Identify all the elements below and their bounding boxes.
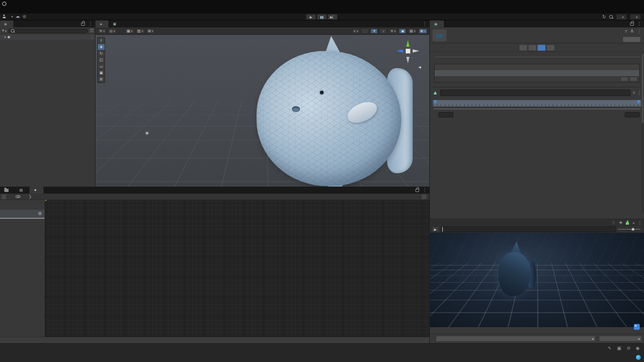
gizmo-center-cube[interactable] (406, 49, 411, 54)
minimize-button[interactable] (602, 0, 616, 7)
tab-animator[interactable]: ✦ (30, 187, 43, 194)
light-gizmo-icon[interactable]: ☀ (144, 130, 150, 137)
rect-tool[interactable]: ▭ (98, 63, 105, 70)
effects-dropdown[interactable]: ✦▾ (389, 28, 397, 34)
open-button[interactable] (623, 36, 641, 42)
tab-game[interactable]: ▣ (108, 20, 123, 27)
pause-button[interactable]: ▮▮ (317, 14, 327, 20)
assetbundle-variant-dropdown[interactable]: ▾ (599, 336, 642, 342)
draw-mode-dropdown[interactable]: ✛▾ (98, 28, 106, 34)
clip-start-marker[interactable] (434, 100, 437, 104)
cloud-icon[interactable]: ☁ (16, 14, 20, 19)
panel-menu-icon[interactable]: ⋮ (637, 21, 641, 26)
tab-animation[interactable] (537, 45, 546, 51)
panel-menu-icon[interactable]: ⋮ (88, 21, 92, 26)
step-button[interactable]: ▶▏ (327, 14, 338, 20)
scene-header-row[interactable]: ▾ ◆ ⋮ (0, 34, 95, 40)
lock-icon[interactable] (415, 189, 419, 192)
eye-icon[interactable] (16, 195, 20, 198)
add-object-button[interactable]: +▾ (2, 28, 6, 33)
activity-indicator-icon[interactable] (636, 355, 641, 360)
clip-menu-icon[interactable]: ⋮ (637, 91, 641, 95)
tab-asset-store-validator[interactable] (452, 20, 461, 27)
tab-project[interactable] (0, 187, 15, 194)
orientation-gizmo[interactable] (396, 39, 420, 63)
layer-settings-icon[interactable]: ⚙ (38, 211, 42, 216)
inspector-scrollbar[interactable] (642, 53, 643, 213)
hierarchy-search-input[interactable] (8, 28, 88, 33)
account-icon[interactable] (2, 14, 6, 18)
layers-tab-button[interactable] (1, 194, 6, 200)
tab-model[interactable] (519, 45, 528, 51)
scene-visibility-icon[interactable]: ◫ (90, 28, 93, 33)
gizmo-x-axis[interactable] (413, 49, 419, 53)
hidden-objects-toggle[interactable]: ◉ (399, 28, 406, 34)
snap-dropdown[interactable]: ▥▾ (136, 28, 145, 34)
context-menu-icon[interactable]: ⋮ (637, 29, 641, 34)
notifications-muted-icon[interactable]: ⊘ (626, 345, 630, 351)
animation-preview-viewport[interactable] (430, 233, 644, 327)
toggle-2d-button[interactable] (361, 28, 369, 34)
custom-tool[interactable]: ⊞ (98, 76, 105, 83)
sunfish-model[interactable] (257, 51, 401, 186)
lighting-toggle[interactable]: ☀ (370, 28, 378, 34)
expand-arrow[interactable]: ▾ (4, 35, 6, 39)
avatar-icon[interactable] (626, 220, 630, 225)
shading-dropdown[interactable]: ◎▾ (108, 28, 116, 34)
tab-rig[interactable] (528, 45, 537, 51)
scale-tool[interactable]: ◱ (98, 57, 105, 63)
panel-menu-icon[interactable]: ⋮ (422, 21, 427, 26)
auto-live-link-button[interactable] (421, 194, 427, 200)
transform-tool[interactable]: ▣ (98, 70, 105, 76)
maximize-button[interactable] (616, 0, 630, 7)
preview-scrub-bar[interactable] (441, 226, 616, 232)
package-manager-icon[interactable]: ▣ (617, 345, 621, 351)
undo-history-icon[interactable]: ↻ (602, 14, 606, 19)
perspective-label[interactable]: ◄ (418, 65, 422, 70)
preview-menu-icon[interactable]: ⋮ (638, 220, 642, 225)
layer-item-base-layer[interactable]: ⚙ (0, 210, 45, 219)
help-icon[interactable]: ? (625, 29, 627, 34)
presets-icon[interactable]: ≛ (630, 29, 634, 34)
layout-dropdown[interactable]: ▾ (630, 14, 641, 20)
gizmo-z-axis[interactable] (397, 49, 403, 53)
pivot-icon[interactable]: ✛ (619, 220, 623, 225)
close-button[interactable] (630, 0, 644, 7)
audio-toggle[interactable]: ♪ (379, 28, 387, 34)
hand-tool[interactable]: ✌ (98, 38, 105, 44)
layers-dropdown[interactable]: ▾ (616, 14, 627, 20)
services-icon[interactable]: ◎ (23, 14, 26, 19)
start-field[interactable] (438, 112, 453, 117)
gizmo-down-axis[interactable] (406, 57, 409, 63)
assetbundle-dropdown[interactable]: ▾ (436, 336, 596, 342)
add-clip-button[interactable] (620, 77, 628, 82)
tab-inspector[interactable]: ◉ (430, 20, 444, 27)
code-coverage-icon[interactable]: ✎ (608, 345, 611, 351)
scene-viewport[interactable]: ☀ ◄ ✌ ✢ ↻ ◱ ▭ ▣ ⊞ (96, 35, 429, 187)
remove-clip-button[interactable] (630, 77, 638, 82)
scene-menu-icon[interactable]: ⋮ (90, 35, 94, 39)
tab-scene[interactable]: ● (96, 20, 108, 27)
parameters-tab-button[interactable] (8, 194, 13, 200)
progress-icon[interactable]: ◉ (636, 345, 640, 351)
clip-end-marker[interactable] (637, 100, 640, 104)
state-machine-graph[interactable] (45, 200, 429, 337)
end-field[interactable] (625, 112, 640, 117)
gizmo-y-axis[interactable] (406, 40, 409, 47)
tab-materials[interactable] (546, 45, 555, 51)
grid-dropdown[interactable]: ▦▾ (125, 28, 134, 34)
move-tool[interactable]: ✢ (98, 44, 105, 50)
preview-play-button[interactable]: ▶ (431, 226, 439, 232)
rotate-tool[interactable]: ↻ (98, 50, 105, 57)
tool-settings-dropdown[interactable]: ⊞▾ (147, 28, 155, 34)
tab-console[interactable]: ▤ (15, 187, 30, 194)
lock-icon[interactable] (81, 23, 85, 26)
timeline-scrollbar[interactable] (433, 108, 641, 109)
clip-name-field[interactable] (440, 90, 631, 96)
panel-menu-icon[interactable]: ⋮ (422, 188, 427, 193)
play-button[interactable]: ▶ (306, 14, 316, 20)
gizmos-dropdown[interactable]: ⊕▾ (419, 28, 427, 34)
render-mode-dropdown[interactable]: ◐▾ (352, 28, 360, 34)
preview-2d-toggle[interactable] (611, 220, 616, 225)
preview-speed-slider[interactable] (618, 226, 640, 232)
